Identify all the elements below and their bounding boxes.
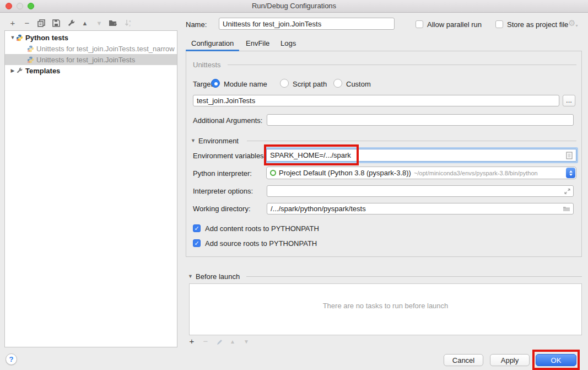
environment-variables-label: Environment variables:: [193, 152, 266, 160]
add-configuration-icon[interactable]: +: [8, 18, 18, 28]
edit-task-icon: [214, 337, 224, 347]
add-content-roots-label: Add content roots to PYTHONPATH: [205, 224, 319, 233]
title-bar[interactable]: Run/Debug Configurations: [0, 0, 588, 13]
python-interpreter-select[interactable]: Project Default (Python 3.8 (pyspark-3.8…: [266, 167, 576, 179]
environment-variables-value: SPARK_HOME=/.../spark: [270, 151, 351, 159]
before-launch-task-list[interactable]: There are no tasks to run before launch: [189, 283, 582, 335]
save-configuration-icon[interactable]: [51, 18, 61, 28]
interpreter-options-input[interactable]: [267, 185, 574, 197]
radio-custom[interactable]: [333, 79, 342, 88]
add-task-icon[interactable]: +: [187, 336, 197, 346]
before-launch-empty-text: There are no tasks to run before launch: [190, 302, 581, 310]
browse-module-button[interactable]: ...: [563, 95, 575, 106]
chevron-down-icon[interactable]: ▼: [188, 274, 193, 279]
help-button[interactable]: ?: [6, 353, 17, 365]
active-tab-underline: [186, 50, 239, 51]
tree-item-python-tests[interactable]: ▼ Python tests: [5, 32, 177, 43]
sort-configurations-icon: az: [123, 18, 133, 28]
move-task-up-icon: ▲: [228, 337, 238, 347]
ok-button[interactable]: OK: [536, 354, 576, 366]
radio-module-name-label: Module name: [224, 80, 267, 89]
remove-task-icon: −: [201, 336, 211, 346]
working-directory-wrap: [267, 203, 574, 215]
radio-custom-label: Custom: [346, 80, 371, 89]
before-launch-section-label: Before launch: [196, 272, 240, 281]
expand-field-icon[interactable]: [564, 188, 570, 194]
copy-configuration-icon[interactable]: [36, 18, 46, 28]
store-as-project-file-label: Store as project file: [507, 20, 568, 29]
tree-item-label: Unittests for test_join.JoinTests: [36, 56, 135, 64]
radio-module-name[interactable]: [211, 79, 220, 88]
store-as-project-file-checkbox[interactable]: [495, 20, 503, 28]
interpreter-options-wrap: [267, 185, 574, 197]
remove-configuration-icon[interactable]: −: [22, 18, 32, 28]
python-tests-icon: [27, 56, 34, 63]
templates-wrench-icon: [16, 67, 23, 74]
tree-item-unittests-test-narrow[interactable]: Unittests for test_join.JoinTests.test_n…: [5, 43, 177, 54]
radio-script-path[interactable]: [280, 79, 289, 88]
add-content-roots-checkbox[interactable]: ✓: [193, 224, 201, 232]
configurations-tree: ▼ Python tests Unittests for test_join.J…: [4, 30, 177, 347]
tree-item-label: Unittests for test_join.JoinTests.test_n…: [36, 45, 175, 53]
python-interpreter-value: Project Default (Python 3.8 (pyspark-3.8…: [279, 169, 411, 177]
add-source-roots-checkbox[interactable]: ✓: [193, 239, 201, 247]
apply-button[interactable]: Apply: [490, 354, 530, 366]
svg-text:a: a: [129, 19, 131, 23]
cancel-button[interactable]: Cancel: [444, 354, 483, 366]
move-task-down-icon: ▼: [241, 337, 251, 347]
allow-parallel-run-label: Allow parallel run: [427, 20, 482, 29]
target-module-input[interactable]: [193, 95, 559, 106]
section-divider: [247, 141, 576, 141]
tree-item-templates[interactable]: ▶ Templates: [5, 65, 177, 76]
window-title: Run/Debug Configurations: [0, 2, 588, 10]
environment-section-label: Environment: [198, 137, 239, 146]
chevron-down-icon[interactable]: ▼: [9, 35, 16, 40]
working-directory-label: Working directory:: [193, 205, 251, 213]
working-directory-input[interactable]: [267, 203, 574, 215]
env-vars-browse-icon[interactable]: [566, 152, 573, 159]
name-input[interactable]: [219, 18, 395, 30]
tab-configuration[interactable]: Configuration: [191, 39, 234, 47]
tree-item-unittests-jointests[interactable]: Unittests for test_join.JoinTests: [5, 54, 177, 65]
tab-envfile[interactable]: EnvFile: [246, 39, 269, 47]
radio-script-path-label: Script path: [293, 80, 327, 89]
additional-arguments-label: Additional Arguments:: [193, 116, 262, 125]
unittests-section-label: Unittests: [193, 61, 221, 69]
gear-icon[interactable]: ⚙▾: [568, 18, 578, 28]
python-tests-icon: [16, 34, 23, 41]
folder-icon[interactable]: [563, 206, 570, 212]
move-up-icon[interactable]: ▲: [80, 18, 90, 28]
interpreter-options-label: Interpreter options:: [193, 187, 253, 196]
section-divider: [228, 65, 576, 65]
tab-logs[interactable]: Logs: [280, 39, 296, 47]
edit-templates-wrench-icon[interactable]: [66, 18, 76, 28]
svg-text:z: z: [129, 24, 131, 27]
new-folder-icon[interactable]: [108, 18, 118, 28]
move-down-icon: ▼: [94, 18, 104, 28]
dropdown-stepper-icon[interactable]: [566, 168, 575, 178]
add-source-roots-label: Add source roots to PYTHONPATH: [205, 239, 317, 248]
interpreter-env-icon: [270, 170, 276, 176]
python-interpreter-path: ~/opt/miniconda3/envs/pyspark-3.8/bin/py…: [414, 170, 538, 176]
python-tests-icon: [27, 45, 34, 52]
tree-item-label: Templates: [25, 67, 60, 75]
allow-parallel-run-checkbox[interactable]: [416, 20, 423, 28]
run-debug-configurations-dialog: Run/Debug Configurations + − ▲ ▼ az ▼ Py…: [0, 0, 588, 370]
additional-arguments-input[interactable]: [267, 114, 574, 126]
chevron-right-icon[interactable]: ▶: [9, 68, 16, 73]
environment-variables-input[interactable]: SPARK_HOME=/.../spark: [266, 149, 576, 162]
section-divider: [246, 276, 582, 277]
chevron-down-icon[interactable]: ▼: [191, 138, 196, 143]
tree-item-label: Python tests: [25, 34, 68, 42]
name-label: Name:: [186, 20, 207, 29]
python-interpreter-label: Python interpreter:: [193, 169, 252, 178]
